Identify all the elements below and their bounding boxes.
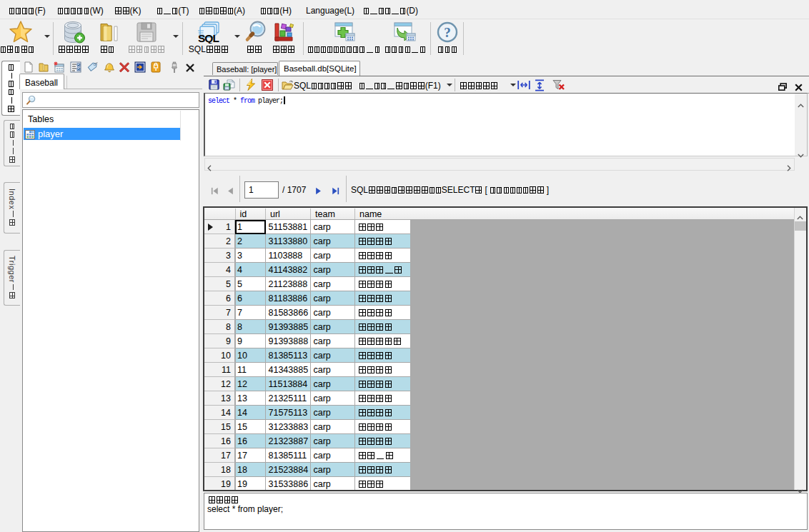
svg-text:SQL: SQL	[198, 32, 219, 44]
svg-text:?: ?	[444, 25, 451, 40]
